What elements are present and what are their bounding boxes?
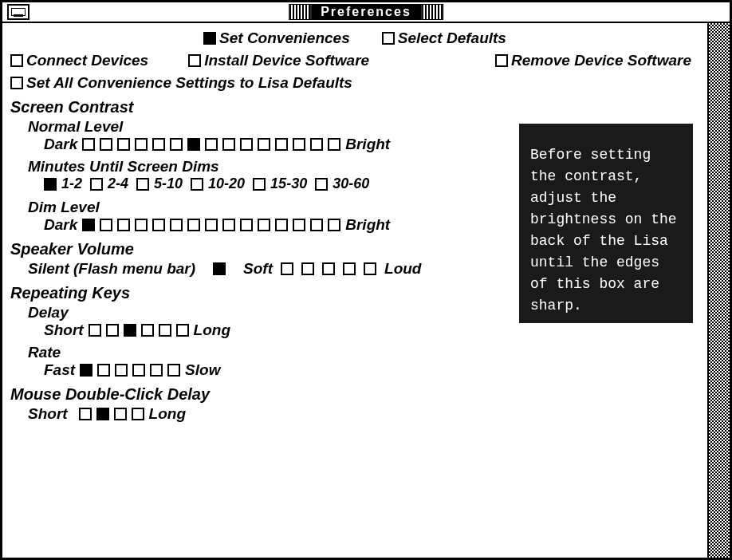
rate-step-2[interactable] (115, 364, 128, 377)
tab-label: Set Conveniences (219, 30, 350, 47)
dim-level-step-1[interactable] (100, 219, 112, 231)
normal-level-step-10[interactable] (258, 138, 270, 151)
dim-level-step-13[interactable] (310, 219, 323, 231)
label-rate: Rate (28, 344, 699, 361)
label-silent: Silent (Flash menu bar) (28, 260, 195, 278)
slider-left-label: Fast (44, 361, 75, 379)
label-soft: Soft (243, 260, 273, 278)
slider-left-label: Short (44, 321, 84, 339)
mouse-dblclick-step-1[interactable] (96, 408, 109, 420)
minutes-option-1-2[interactable]: 1-2 (44, 175, 82, 192)
volume-step-0[interactable] (281, 262, 293, 275)
rate-step-5[interactable] (167, 364, 180, 377)
normal-level-step-13[interactable] (310, 138, 323, 151)
help-box: Before setting the contrast, adjust the … (519, 124, 693, 323)
normal-level-step-3[interactable] (135, 138, 148, 151)
dim-level-step-7[interactable] (205, 219, 218, 231)
minutes-option-label: 10-20 (208, 175, 245, 192)
normal-level-step-5[interactable] (170, 138, 183, 151)
dim-level-step-5[interactable] (170, 219, 183, 231)
minutes-option-5-10[interactable]: 5-10 (136, 175, 183, 192)
slider-right-label: Bright (345, 136, 390, 153)
dim-level-step-4[interactable] (152, 219, 165, 231)
slider-left-label: Short (28, 405, 68, 423)
option-connect-devices[interactable]: Connect Devices (10, 52, 148, 69)
mouse-dblclick-step-0[interactable] (79, 408, 92, 420)
checkbox-icon (10, 54, 23, 67)
volume-silent-box[interactable] (213, 262, 226, 275)
volume-step-2[interactable] (322, 262, 335, 275)
rate-step-1[interactable] (97, 364, 110, 377)
normal-level-step-12[interactable] (293, 138, 305, 151)
normal-level-step-7[interactable] (205, 138, 218, 151)
dim-level-step-11[interactable] (275, 219, 288, 231)
option-reset-defaults[interactable]: Set All Convenience Settings to Lisa Def… (10, 74, 352, 92)
volume-step-4[interactable] (364, 262, 376, 275)
delay-step-3[interactable] (141, 324, 154, 337)
option-install-device-software[interactable]: Install Device Software (188, 52, 369, 69)
slider-left-label: Dark (44, 136, 77, 153)
dim-level-step-14[interactable] (328, 219, 340, 231)
volume-step-3[interactable] (343, 262, 356, 275)
slider-rate: Fast Slow (44, 361, 699, 379)
option-label: Set All Convenience Settings to Lisa Def… (26, 74, 352, 92)
mouse-dblclick-step-3[interactable] (132, 408, 144, 420)
normal-level-step-0[interactable] (82, 138, 95, 151)
checkbox-icon (44, 178, 57, 191)
minutes-option-label: 1-2 (61, 175, 82, 192)
rate-step-0[interactable] (80, 364, 92, 377)
checkbox-icon (382, 32, 395, 45)
checkbox-icon (191, 178, 203, 191)
delay-step-2[interactable] (124, 324, 136, 337)
normal-level-step-1[interactable] (100, 138, 112, 151)
volume-step-1[interactable] (301, 262, 314, 275)
rate-step-4[interactable] (150, 364, 163, 377)
titlebar: Preferences (2, 2, 730, 23)
titlebar-hatch-left (289, 4, 311, 20)
slider-left-label: Dark (44, 216, 77, 234)
normal-level-step-6[interactable] (187, 138, 200, 151)
content-area: Set Conveniences Select Defaults Connect… (2, 23, 707, 558)
delay-step-4[interactable] (159, 324, 171, 337)
normal-level-step-14[interactable] (328, 138, 340, 151)
tab-label: Select Defaults (398, 30, 506, 47)
preferences-window: Preferences Set Conveniences Select Defa… (0, 0, 732, 560)
normal-level-step-2[interactable] (117, 138, 130, 151)
dim-level-step-0[interactable] (82, 219, 95, 231)
minutes-option-15-30[interactable]: 15-30 (253, 175, 307, 192)
normal-level-step-4[interactable] (152, 138, 165, 151)
delay-step-0[interactable] (89, 324, 101, 337)
minutes-option-label: 5-10 (154, 175, 183, 192)
normal-level-step-8[interactable] (222, 138, 235, 151)
minutes-option-10-20[interactable]: 10-20 (191, 175, 245, 192)
minutes-option-30-60[interactable]: 30-60 (315, 175, 369, 192)
vertical-scrollbar[interactable] (707, 23, 730, 558)
normal-level-step-11[interactable] (275, 138, 288, 151)
checkbox-icon (495, 54, 508, 67)
delay-step-5[interactable] (176, 324, 189, 337)
minutes-option-label: 30-60 (333, 175, 369, 192)
checkbox-icon (253, 178, 266, 191)
slider-delay: Short Long (44, 321, 699, 339)
section-mouse-double-click: Mouse Double-Click Delay (10, 385, 699, 404)
slider-mouse-double-click: Short Long (28, 405, 699, 423)
option-label: Remove Device Software (511, 52, 691, 69)
dim-level-step-2[interactable] (117, 219, 130, 231)
tab-set-conveniences[interactable]: Set Conveniences (203, 30, 350, 47)
normal-level-step-9[interactable] (240, 138, 253, 151)
option-remove-device-software[interactable]: Remove Device Software (495, 52, 691, 69)
dim-level-step-8[interactable] (222, 219, 235, 231)
slider-right-label: Long (194, 321, 230, 339)
mouse-dblclick-step-2[interactable] (114, 408, 127, 420)
dim-level-step-6[interactable] (187, 219, 200, 231)
dim-level-step-12[interactable] (293, 219, 305, 231)
tab-select-defaults[interactable]: Select Defaults (382, 30, 506, 47)
delay-step-1[interactable] (106, 324, 119, 337)
minutes-option-2-4[interactable]: 2-4 (90, 175, 128, 192)
rate-step-3[interactable] (132, 364, 145, 377)
dim-level-step-10[interactable] (258, 219, 270, 231)
dim-level-step-9[interactable] (240, 219, 253, 231)
dim-level-step-3[interactable] (135, 219, 148, 231)
system-menu-icon[interactable] (7, 4, 30, 20)
checkbox-icon (90, 178, 103, 191)
